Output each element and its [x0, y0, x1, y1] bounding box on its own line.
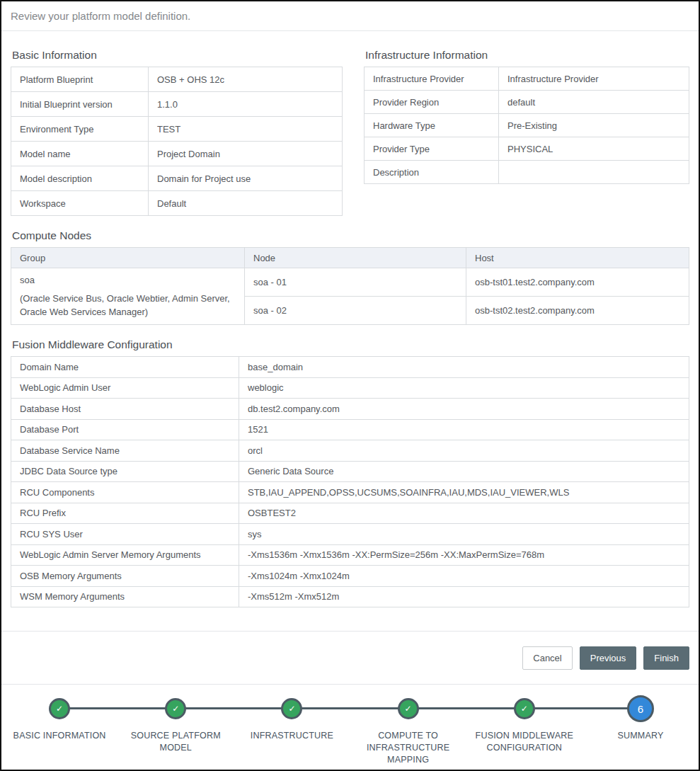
basic-information-table: Platform Blueprint OSB + OHS 12c Initial…	[11, 67, 343, 216]
group-name: soa	[20, 275, 236, 285]
column-header-node: Node	[245, 248, 466, 268]
table-row: RCU Components STB,IAU_APPEND,OPSS,UCSUM…	[11, 482, 689, 503]
row-label: WSM Memory Arguments	[11, 586, 239, 607]
infrastructure-information-table: Infrastructure Provider Infrastructure P…	[364, 67, 689, 184]
step-icon-wrap: ✓	[281, 695, 302, 722]
step-compute-to-infrastructure-mapping[interactable]: ✓ COMPUTE TO INFRASTRUCTURE MAPPING	[350, 685, 466, 766]
section-heading-infrastructure-information: Infrastructure Information	[365, 49, 689, 62]
footer-actions: Cancel Previous Finish	[1, 631, 699, 684]
check-icon[interactable]: ✓	[398, 698, 419, 719]
row-label: RCU Prefix	[11, 503, 239, 524]
row-label: RCU SYS User	[11, 524, 239, 545]
check-icon[interactable]: ✓	[281, 698, 302, 719]
row-value: orcl	[239, 440, 689, 462]
section-heading-basic-information: Basic Information	[12, 49, 343, 62]
row-label: JDBC Data Source type	[11, 461, 239, 482]
cancel-button[interactable]: Cancel	[522, 646, 572, 670]
row-value: OSBTEST2	[239, 503, 689, 524]
row-value: sys	[239, 524, 689, 545]
step-fusion-middleware-configuration[interactable]: ✓ FUSION MIDDLEWARE CONFIGURATION	[466, 685, 583, 766]
step-icon-wrap: ✓	[49, 695, 70, 722]
row-value: base_domain	[239, 357, 689, 378]
infrastructure-information-section: Infrastructure Information Infrastructur…	[364, 49, 689, 216]
check-icon[interactable]: ✓	[49, 698, 70, 719]
table-row: Hardware Type Pre-Existing	[365, 114, 689, 137]
row-label: Model description	[11, 166, 149, 191]
row-label: RCU Components	[11, 482, 239, 503]
row-value: -Xms512m -Xmx512m	[239, 586, 689, 607]
wizard-stepper: ✓ BASIC INFORMATION ✓ SOURCE PLATFORM MO…	[1, 684, 699, 770]
step-icon-wrap: ✓	[514, 695, 535, 722]
row-value: Infrastructure Provider	[499, 67, 689, 91]
table-row: WebLogic Admin Server Memory Arguments -…	[11, 544, 689, 566]
finish-button[interactable]: Finish	[643, 646, 689, 670]
check-icon[interactable]: ✓	[165, 698, 186, 719]
wizard-dialog: Review your platform model definition. B…	[0, 0, 700, 771]
row-value: STB,IAU_APPEND,OPSS,UCSUMS,SOAINFRA,IAU,…	[239, 482, 689, 503]
step-label: SOURCE PLATFORM MODEL	[122, 730, 229, 754]
step-icon-wrap: ✓	[165, 695, 186, 722]
step-label: FUSION MIDDLEWARE CONFIGURATION	[471, 730, 578, 754]
row-label: OSB Memory Arguments	[11, 566, 239, 587]
row-label: Database Service Name	[11, 440, 239, 462]
row-value: db.test2.company.com	[239, 399, 689, 420]
step-source-platform-model[interactable]: ✓ SOURCE PLATFORM MODEL	[117, 685, 234, 766]
table-header-row: Group Node Host	[11, 248, 689, 268]
row-label: Environment Type	[11, 117, 149, 142]
fusion-middleware-configuration-section: Fusion Middleware Configuration Domain N…	[11, 338, 689, 607]
row-label: Database Port	[11, 419, 239, 440]
step-icon-wrap: ✓	[398, 695, 419, 722]
row-label: Database Host	[11, 399, 239, 420]
row-value: weblogic	[239, 377, 689, 399]
active-step-number[interactable]: 6	[627, 695, 654, 722]
table-row: Environment Type TEST	[11, 117, 343, 142]
node-cell: soa - 02	[245, 297, 466, 325]
row-value: -Xms1536m -Xmx1536m -XX:PermSize=256m -X…	[239, 544, 689, 566]
stepper-steps: ✓ BASIC INFORMATION ✓ SOURCE PLATFORM MO…	[1, 685, 699, 766]
wizard-titlebar: Review your platform model definition.	[1, 1, 699, 31]
table-row: Model description Domain for Project use	[11, 166, 343, 191]
table-row: Provider Region default	[365, 91, 689, 114]
step-summary[interactable]: 6 SUMMARY	[583, 685, 699, 766]
basic-information-section: Basic Information Platform Blueprint OSB…	[11, 49, 343, 216]
table-row: Provider Type PHYSICAL	[365, 137, 689, 161]
step-label: COMPUTE TO INFRASTRUCTURE MAPPING	[355, 730, 461, 766]
step-label: SUMMARY	[617, 730, 663, 742]
group-description: (Oracle Service Bus, Oracle Webtier, Adm…	[20, 292, 236, 319]
table-row: Database Service Name orcl	[11, 440, 689, 462]
table-row: RCU Prefix OSBTEST2	[11, 503, 689, 524]
step-label: INFRASTRUCTURE	[251, 730, 333, 742]
row-label: Description	[365, 161, 499, 184]
row-label: Platform Blueprint	[11, 67, 149, 92]
table-row: Infrastructure Provider Infrastructure P…	[365, 67, 689, 91]
row-label: WebLogic Admin Server Memory Arguments	[11, 544, 239, 566]
row-value: Project Domain	[149, 142, 343, 166]
table-row: Model name Project Domain	[11, 142, 343, 166]
section-heading-fusion-middleware-configuration: Fusion Middleware Configuration	[12, 338, 689, 351]
row-label: Provider Region	[365, 91, 499, 114]
compute-nodes-table: Group Node Host soa (Oracle Service Bus,…	[11, 247, 689, 325]
table-row: Platform Blueprint OSB + OHS 12c	[11, 67, 343, 92]
row-value: Domain for Project use	[149, 166, 343, 191]
host-cell: osb-tst01.test2.company.com	[466, 268, 689, 297]
host-cell: osb-tst02.test2.company.com	[466, 297, 689, 325]
row-label: Hardware Type	[365, 114, 499, 137]
row-value: TEST	[149, 117, 343, 142]
row-value: PHYSICAL	[499, 137, 689, 161]
fusion-middleware-configuration-table: Domain Name base_domain WebLogic Admin U…	[11, 356, 689, 607]
table-row: soa (Oracle Service Bus, Oracle Webtier,…	[11, 268, 689, 297]
step-label: BASIC INFORMATION	[13, 730, 106, 742]
step-basic-information[interactable]: ✓ BASIC INFORMATION	[1, 685, 117, 766]
row-value: OSB + OHS 12c	[149, 67, 343, 92]
step-infrastructure[interactable]: ✓ INFRASTRUCTURE	[234, 685, 350, 766]
table-row: OSB Memory Arguments -Xms1024m -Xmx1024m	[11, 566, 689, 587]
table-row: WSM Memory Arguments -Xms512m -Xmx512m	[11, 586, 689, 607]
row-value: 1521	[239, 419, 689, 440]
wizard-instruction: Review your platform model definition.	[11, 10, 190, 22]
row-label: Model name	[11, 142, 149, 166]
previous-button[interactable]: Previous	[580, 646, 637, 670]
row-value	[499, 161, 689, 184]
check-icon[interactable]: ✓	[514, 698, 535, 719]
table-row: Initial Blueprint version 1.1.0	[11, 92, 343, 117]
summary-content: Basic Information Platform Blueprint OSB…	[1, 31, 699, 607]
